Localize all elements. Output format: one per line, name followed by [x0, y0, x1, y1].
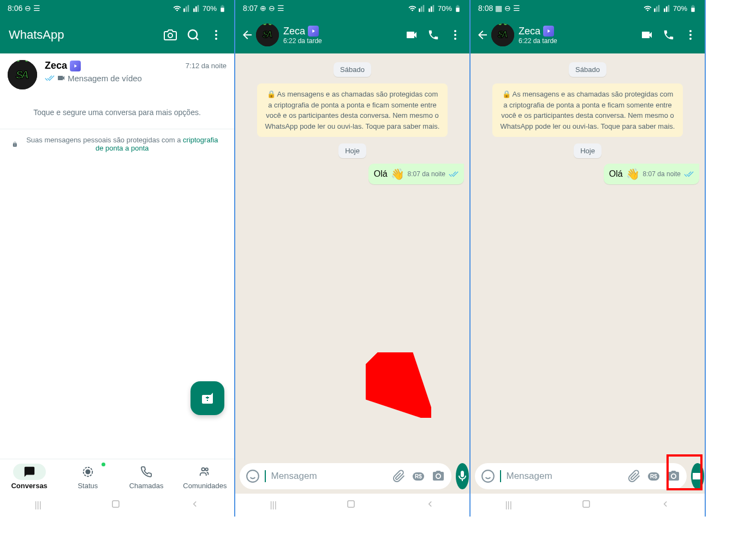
- message-input[interactable]: [507, 471, 622, 482]
- android-nav: |||: [235, 494, 469, 517]
- play-icon: [70, 61, 81, 71]
- tab-conversas[interactable]: Conversas: [0, 459, 58, 494]
- tab-comunidades[interactable]: Comunidades: [176, 459, 234, 494]
- chat-preview: Mensagem de vídeo: [68, 74, 142, 83]
- date-chip: Sábado: [569, 62, 606, 77]
- voice-call-button[interactable]: [422, 24, 444, 46]
- message-text: Olá: [374, 169, 388, 179]
- svg-rect-8: [206, 397, 209, 398]
- message-time: 8:07 da noite: [408, 170, 445, 178]
- home-button[interactable]: [581, 499, 591, 511]
- video-message-button[interactable]: [691, 463, 704, 489]
- status-icon: ⊕: [260, 4, 266, 13]
- back-button[interactable]: [474, 28, 491, 41]
- svg-point-23: [689, 30, 692, 32]
- voice-call-button[interactable]: [658, 24, 680, 46]
- message-input-container: R$: [475, 463, 687, 489]
- recents-button[interactable]: |||: [270, 500, 276, 510]
- text-cursor: [265, 470, 266, 482]
- wifi-icon: [173, 4, 181, 13]
- screen-chat-mic: 8:07 ⊕ ⊖ ☰ 70% SA Zeca 6:22 da tarde: [235, 0, 471, 517]
- payment-button[interactable]: R$: [646, 469, 662, 484]
- camera-button[interactable]: [666, 469, 681, 484]
- status-bar: 8:08 ▦ ⊖ ☰ 70%: [471, 0, 705, 16]
- message-outgoing[interactable]: Olá 👋 8:07 da noite: [368, 164, 464, 184]
- app-header: WhatsApp: [0, 16, 234, 53]
- read-checks-icon: [684, 169, 694, 179]
- svg-line-2: [196, 38, 198, 40]
- svg-point-26: [482, 470, 494, 482]
- contact-info[interactable]: Zeca 6:22 da tarde: [283, 26, 401, 45]
- more-button[interactable]: [444, 24, 466, 46]
- svg-point-3: [215, 30, 217, 32]
- encryption-notice[interactable]: Suas mensagens pessoais são protegidas c…: [0, 129, 234, 159]
- back-button[interactable]: [425, 499, 435, 511]
- more-button[interactable]: [205, 23, 228, 46]
- camera-button[interactable]: [431, 469, 446, 484]
- tab-status[interactable]: Status: [58, 459, 117, 494]
- back-button[interactable]: [239, 28, 256, 41]
- encryption-banner[interactable]: 🔒 As mensagens e as chamadas são protegi…: [257, 83, 448, 137]
- status-icon: ☰: [277, 4, 284, 13]
- avatar[interactable]: SA: [8, 60, 37, 89]
- svg-point-19: [247, 470, 259, 482]
- message-time: 8:07 da noite: [643, 170, 681, 178]
- emoji-button[interactable]: [245, 469, 260, 484]
- date-chip: Hoje: [338, 143, 366, 158]
- message-input-container: R$: [240, 463, 451, 489]
- avatar[interactable]: SA: [491, 23, 514, 46]
- signal-icon: [193, 4, 201, 13]
- recents-button[interactable]: |||: [505, 500, 511, 510]
- chat-list-item[interactable]: SA Zeca 7:12 da noite Mensagem de vídeo: [0, 53, 234, 96]
- status-time: 8:08: [478, 4, 493, 13]
- message-input[interactable]: [271, 471, 387, 482]
- signal-icon: [653, 4, 662, 13]
- chat-list: SA Zeca 7:12 da noite Mensagem de vídeo …: [0, 53, 234, 459]
- wifi-icon: [408, 4, 416, 13]
- attach-button[interactable]: [627, 469, 642, 484]
- tab-chamadas[interactable]: Chamadas: [117, 459, 176, 494]
- voice-message-button[interactable]: [456, 463, 469, 489]
- search-button[interactable]: [182, 23, 205, 46]
- communities-icon: [199, 466, 211, 478]
- avatar[interactable]: SA: [256, 23, 279, 46]
- svg-point-16: [454, 38, 456, 40]
- chat-header: SA Zeca 6:22 da tarde: [471, 16, 705, 53]
- camera-button[interactable]: [159, 23, 182, 46]
- more-button[interactable]: [680, 24, 701, 46]
- last-seen: 6:22 da tarde: [519, 37, 636, 45]
- contact-info[interactable]: Zeca 6:22 da tarde: [519, 26, 636, 45]
- contact-name: Zeca: [45, 60, 67, 71]
- attach-button[interactable]: [391, 469, 407, 484]
- home-button[interactable]: [346, 499, 356, 511]
- android-nav: |||: [471, 494, 705, 517]
- battery-icon: [689, 4, 697, 13]
- svg-point-10: [86, 470, 90, 473]
- home-button[interactable]: [111, 499, 121, 511]
- payment-button[interactable]: R$: [411, 469, 426, 484]
- status-icon: ☰: [33, 4, 40, 13]
- status-icon: ▦: [495, 4, 502, 13]
- recents-button[interactable]: |||: [34, 500, 41, 510]
- battery-text: 70%: [673, 4, 687, 13]
- video-call-button[interactable]: [636, 24, 658, 46]
- video-call-button[interactable]: [401, 24, 422, 46]
- back-button[interactable]: [190, 499, 200, 511]
- svg-point-25: [689, 38, 692, 40]
- new-chat-fab[interactable]: [191, 381, 224, 415]
- chat-area: Sábado 🔒 As mensagens e as chamadas são …: [235, 53, 469, 459]
- emoji-button[interactable]: [480, 469, 496, 484]
- battery-text: 70%: [438, 4, 452, 13]
- lock-icon: [12, 141, 18, 148]
- message-outgoing[interactable]: Olá 👋 8:07 da noite: [604, 164, 699, 184]
- svg-point-1: [188, 30, 197, 39]
- status-icon: ⊖: [25, 4, 31, 13]
- read-checks-icon: [449, 169, 459, 179]
- signal-icon: [428, 4, 436, 13]
- contact-name: Zeca: [519, 26, 540, 37]
- encryption-banner[interactable]: 🔒 As mensagens e as chamadas são protegi…: [492, 83, 683, 137]
- back-button[interactable]: [660, 499, 670, 511]
- date-chip: Hoje: [574, 143, 602, 158]
- svg-point-11: [202, 467, 205, 471]
- status-time: 8:07: [243, 4, 258, 13]
